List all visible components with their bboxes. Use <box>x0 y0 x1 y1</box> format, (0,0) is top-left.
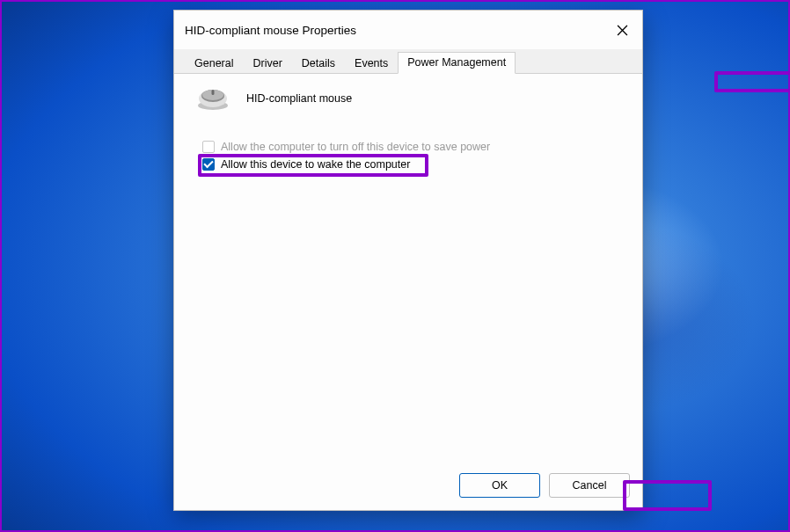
close-icon <box>617 25 628 36</box>
tab-general[interactable]: General <box>185 53 243 74</box>
properties-dialog: HID-compliant mouse Properties General D… <box>173 10 643 511</box>
tab-events[interactable]: Events <box>345 53 398 74</box>
close-button[interactable] <box>602 11 642 49</box>
titlebar: HID-compliant mouse Properties <box>174 11 642 49</box>
option-turn-off-device: Allow the computer to turn off this devi… <box>202 141 625 153</box>
option-wake-computer[interactable]: Allow this device to wake the computer <box>202 158 625 171</box>
cancel-button[interactable]: Cancel <box>549 473 630 498</box>
turn-off-label: Allow the computer to turn off this devi… <box>221 141 490 153</box>
tab-details[interactable]: Details <box>292 53 345 74</box>
checkbox-turn-off <box>202 141 215 153</box>
ok-button[interactable]: OK <box>459 473 540 498</box>
tab-content-power-management: HID-compliant mouse Allow the computer t… <box>174 74 642 463</box>
window-title: HID-compliant mouse Properties <box>185 24 356 37</box>
mouse-icon <box>195 86 230 111</box>
device-header: HID-compliant mouse <box>195 86 625 111</box>
svg-rect-4 <box>212 90 215 95</box>
dialog-footer: OK Cancel <box>174 463 642 510</box>
tab-strip: General Driver Details Events Power Mana… <box>174 49 642 74</box>
tab-power-management[interactable]: Power Management <box>398 52 516 74</box>
tab-driver[interactable]: Driver <box>243 53 291 74</box>
checkbox-wake[interactable] <box>202 158 215 171</box>
wake-label: Allow this device to wake the computer <box>221 158 410 171</box>
device-name-label: HID-compliant mouse <box>246 92 352 105</box>
